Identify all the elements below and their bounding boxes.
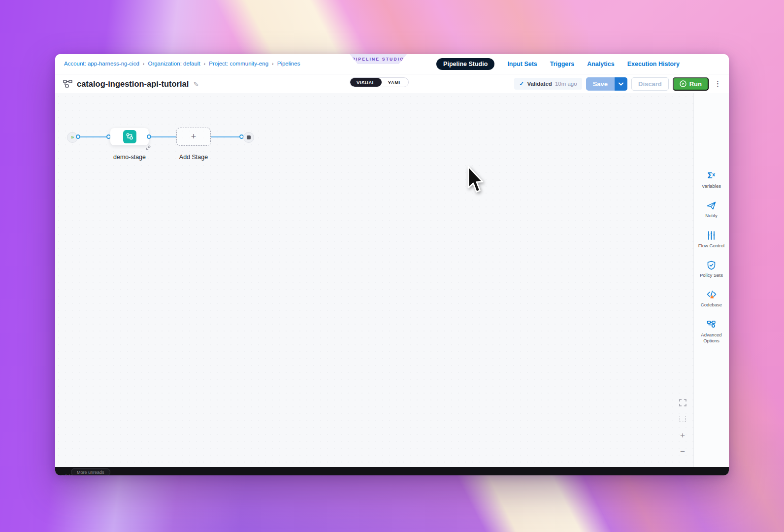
breadcrumb: Account: app-harness-ng-cicd › Organizat… — [64, 61, 300, 66]
stage-link-icon — [146, 143, 151, 152]
breadcrumb-separator: › — [272, 61, 274, 66]
toolbar-actions: ✓ Validated 10m ago Save Discard Run ⋮ — [514, 77, 723, 91]
chevron-down-icon — [619, 82, 623, 86]
sidebar-item-codebase[interactable]: Codebase — [696, 290, 727, 308]
save-dropdown-button[interactable] — [615, 77, 627, 91]
custom-stage-icon — [123, 130, 136, 143]
stage-label-demo-stage[interactable]: demo-stage — [100, 154, 159, 161]
toggle-yaml[interactable]: YAML — [382, 78, 408, 87]
sidebar-item-variables[interactable]: Σˣ Variables — [696, 171, 727, 189]
sidebar-item-policy-sets[interactable]: Policy Sets — [696, 260, 727, 278]
sidebar-item-label: Variables — [702, 183, 721, 189]
pipeline-graph-icon — [63, 80, 72, 88]
run-button[interactable]: Run — [673, 77, 709, 91]
visual-yaml-toggle: VISUAL YAML — [350, 77, 409, 87]
connector-ring — [147, 134, 151, 139]
tab-analytics[interactable]: Analytics — [587, 61, 615, 67]
check-icon: ✓ — [519, 80, 524, 87]
validation-status: ✓ Validated 10m ago — [514, 78, 582, 90]
background-unreads-pill: More unreads — [71, 468, 110, 475]
top-nav-tabs: Pipeline Studio Input Sets Triggers Anal… — [436, 58, 680, 70]
pipeline-title: catalog-ingestion-api-tutorial — [77, 79, 189, 89]
tab-execution-history[interactable]: Execution History — [627, 61, 680, 67]
pipeline-title-group: catalog-ingestion-api-tutorial ✎ — [63, 74, 198, 93]
breadcrumb-account[interactable]: Account: app-harness-ng-cicd — [64, 61, 139, 66]
pipeline-studio-badge: PIPELINE STUDIO — [350, 54, 407, 64]
plus-icon: + — [191, 132, 196, 142]
start-icon: » — [71, 134, 74, 140]
breadcrumb-separator: › — [143, 61, 145, 66]
breadcrumb-separator: › — [204, 61, 206, 66]
sidebar-item-label: Flow Control — [698, 243, 724, 249]
window-header: Account: app-harness-ng-cicd › Organizat… — [55, 54, 729, 74]
sidebar-item-flow-control[interactable]: Flow Control — [696, 231, 727, 249]
paper-plane-icon — [707, 200, 716, 210]
pipeline-edge — [211, 136, 239, 137]
sidebar-item-label: Policy Sets — [700, 272, 723, 278]
pipeline-canvas[interactable]: » + — [55, 93, 729, 467]
code-icon — [707, 290, 717, 299]
shield-check-icon — [707, 260, 716, 270]
sidebar-item-label: Codebase — [701, 302, 722, 308]
canvas-controls: + − — [678, 398, 687, 456]
sidebar-item-advanced-options[interactable]: Advanced Options — [696, 320, 727, 344]
discard-button[interactable]: Discard — [631, 77, 669, 91]
add-stage-label[interactable]: Add Stage — [164, 154, 223, 161]
pipeline-studio-window: Account: app-harness-ng-cicd › Organizat… — [55, 54, 729, 475]
more-options-icon[interactable]: ⋮ — [713, 79, 723, 88]
validation-time: 10m ago — [555, 81, 577, 87]
save-split-button: Save — [586, 77, 627, 91]
breadcrumb-project[interactable]: Project: community-eng — [209, 61, 268, 66]
tab-input-sets[interactable]: Input Sets — [507, 61, 537, 67]
pipeline-end-node — [243, 132, 254, 143]
pipeline-toolbar: catalog-ingestion-api-tutorial ✎ VISUAL … — [55, 74, 729, 94]
validation-label: Validated — [527, 81, 552, 87]
tab-triggers[interactable]: Triggers — [550, 61, 574, 67]
stop-icon — [247, 135, 251, 139]
pipeline-edge — [80, 136, 107, 137]
toggle-visual[interactable]: VISUAL — [350, 78, 382, 87]
connector-ring — [76, 134, 80, 139]
zoom-out-icon[interactable]: − — [678, 446, 687, 456]
fit-view-icon[interactable] — [678, 414, 687, 424]
sliders-icon — [707, 231, 716, 240]
stage-node-demo-stage[interactable] — [110, 128, 149, 145]
edit-title-icon[interactable]: ✎ — [192, 81, 199, 87]
sidebar-item-notify[interactable]: Notify — [696, 200, 727, 219]
right-sidebar: Σˣ Variables Notify Flow Control — [693, 93, 729, 467]
add-stage-node[interactable]: + — [176, 128, 211, 146]
sidebar-item-label: Advanced Options — [696, 332, 727, 344]
run-play-icon — [680, 80, 686, 87]
breadcrumb-pipelines[interactable]: Pipelines — [277, 61, 300, 66]
background-window-strip: updates-ide More unreads — [55, 467, 729, 475]
sidebar-item-label: Notify — [705, 213, 717, 219]
pipeline-edge — [151, 136, 176, 137]
save-button[interactable]: Save — [586, 77, 615, 91]
breadcrumb-organization[interactable]: Organization: default — [148, 61, 200, 66]
run-label: Run — [689, 80, 702, 88]
fullscreen-icon[interactable] — [678, 398, 687, 407]
zoom-in-icon[interactable]: + — [678, 430, 687, 440]
sigma-x-icon: Σˣ — [708, 171, 715, 181]
pipeline-gear-icon — [707, 320, 717, 330]
tab-pipeline-studio[interactable]: Pipeline Studio — [436, 58, 494, 70]
